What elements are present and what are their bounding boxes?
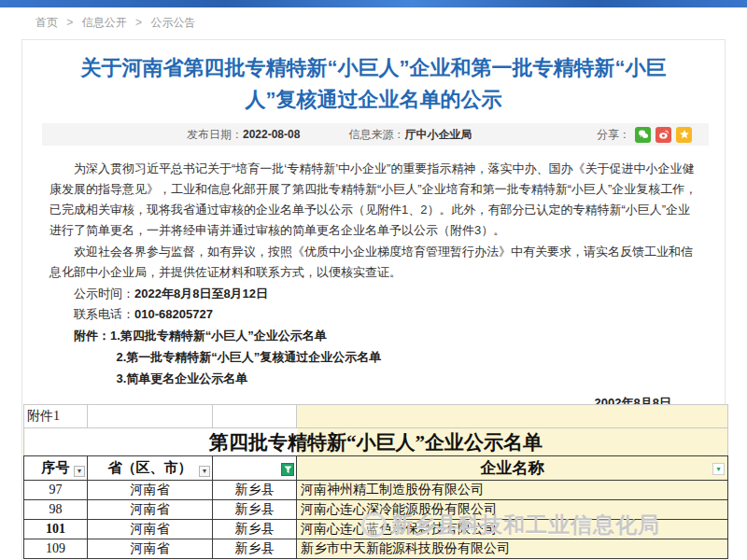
cell-company: 河南心连心蓝色环保科技有限公司 — [297, 520, 728, 539]
attachment-item-1: 附件：1.第四批专精特新“小巨人”企业公示名单 — [49, 325, 699, 346]
paragraph: 为深入贯彻习近平总书记关于“培育一批‘专精特新’中小企业”的重要指示精神，落实中… — [49, 159, 699, 241]
enterprise-table: 附件1 第四批专精特新“小巨人”企业公示名单 序号▾ 省（区、市）▾ 企业名称▾… — [23, 404, 728, 559]
weibo-icon[interactable] — [655, 127, 671, 143]
cell-seq: 98 — [24, 500, 88, 520]
cell-company: 河南神州精工制造股份有限公司 — [297, 481, 728, 500]
info-source-label: 信息来源： — [348, 128, 404, 141]
notice-period-line: 公示时间：2022年8月8日至8月12日 — [49, 284, 699, 304]
top-nav-bar — [0, 0, 747, 7]
attachment1-spreadsheet: 附件1 第四批专精特新“小巨人”企业公示名单 序号▾ 省（区、市）▾ 企业名称▾… — [23, 404, 727, 559]
table-row: 109 河南省 新乡县 新乡市中天新能源科技股份有限公司 — [24, 539, 728, 559]
cell-province: 河南省 — [88, 500, 213, 520]
attachment-item-3: 3.简单更名企业公示名单 — [49, 368, 699, 389]
table-title-row: 第四批专精特新“小巨人”企业公示名单 — [24, 428, 728, 456]
notice-period-value: 2022年8月8日至8月12日 — [134, 287, 268, 301]
share-label: 分享： — [597, 127, 630, 143]
table-header-row: 序号▾ 省（区、市）▾ 企业名称▾ — [24, 456, 728, 481]
cell-county: 新乡县 — [213, 500, 297, 520]
empty-cell — [213, 405, 297, 428]
filter-dropdown-icon[interactable]: ▾ — [199, 466, 210, 477]
cell-province: 河南省 — [88, 520, 213, 539]
header-seq: 序号▾ — [24, 456, 88, 481]
cell-seq: 109 — [24, 539, 88, 559]
wechat-icon[interactable] — [635, 127, 651, 143]
cell-county: 新乡县 — [213, 481, 297, 500]
breadcrumb-home[interactable]: 首页 — [35, 16, 58, 29]
cell-county: 新乡县 — [213, 539, 297, 559]
breadcrumb-public-notice[interactable]: 公示公告 — [150, 16, 195, 29]
cell-company: 新乡市中天新能源科技股份有限公司 — [297, 539, 728, 559]
publish-date: 发布日期：2022-08-08 — [187, 127, 300, 143]
empty-cell — [88, 405, 213, 428]
breadcrumb-separator: > — [66, 16, 73, 29]
filter-dropdown-icon[interactable]: ▾ — [712, 463, 725, 475]
info-source: 信息来源：厅中小企业局 — [348, 127, 472, 143]
attachment-list: 附件：1.第四批专精特新“小巨人”企业公示名单 2.第一批专精特新“小巨人”复核… — [49, 325, 699, 389]
share-bar: 分享： — [597, 127, 692, 143]
contact-phone-line: 联系电话：010-68205727 — [49, 304, 699, 325]
cell-province: 河南省 — [88, 481, 213, 500]
attachment-tag-row: 附件1 — [24, 405, 728, 428]
breadcrumb-separator: > — [135, 16, 142, 29]
cell-seq: 97 — [24, 481, 88, 500]
info-source-value: 厅中小企业局 — [404, 128, 472, 141]
page-title: 关于河南省第四批专精特新“小巨人”企业和第一批专精特新“小巨人”复核通过企业名单… — [70, 52, 677, 116]
breadcrumb: 首页 > 信息公开 > 公示公告 — [35, 15, 195, 31]
breadcrumb-info-disclosure[interactable]: 信息公开 — [82, 16, 127, 29]
filter-applied-icon[interactable] — [281, 463, 294, 476]
filter-dropdown-icon[interactable]: ▾ — [74, 466, 85, 477]
header-province-label: 省（区、市） — [108, 460, 192, 475]
cell-county: 新乡县 — [213, 520, 297, 539]
favorite-star-icon[interactable] — [676, 127, 692, 143]
paragraph: 欢迎社会各界参与监督，如有异议，按照《优质中小企业梯度培育管理暂行办法》中有关要… — [49, 242, 699, 283]
empty-cell — [297, 405, 728, 428]
attachment-label: 附件： — [74, 329, 110, 343]
publish-date-value: 2022-08-08 — [243, 128, 300, 141]
table-title: 第四批专精特新“小巨人”企业公示名单 — [24, 428, 728, 456]
table-row: 101 河南省 新乡县 河南心连心蓝色环保科技有限公司 — [24, 520, 728, 539]
header-company: 企业名称▾ — [297, 456, 728, 481]
contact-phone-label: 联系电话： — [74, 307, 134, 321]
attachment-tag-cell: 附件1 — [24, 405, 88, 428]
table-row: 98 河南省 新乡县 河南心连心深冷能源股份有限公司 — [24, 500, 728, 520]
header-seq-label: 序号 — [42, 460, 70, 475]
contact-phone-value: 010-68205727 — [134, 307, 213, 321]
attachment-item-2: 2.第一批专精特新“小巨人”复核通过企业公示名单 — [49, 346, 699, 368]
publish-date-label: 发布日期： — [187, 128, 243, 141]
attachment-1-text: 1.第四批专精特新“小巨人”企业公示名单 — [110, 329, 327, 343]
notice-period-label: 公示时间： — [74, 287, 134, 301]
header-province: 省（区、市）▾ — [88, 456, 213, 481]
cell-province: 河南省 — [88, 539, 213, 559]
article-body: 为深入贯彻习近平总书记关于“培育一批‘专精特新’中小企业”的重要指示精神，落实中… — [49, 159, 699, 413]
cell-company: 河南心连心深冷能源股份有限公司 — [297, 500, 728, 520]
header-company-label: 企业名称 — [481, 459, 544, 477]
header-county — [213, 456, 297, 481]
article-meta-bar: 发布日期：2022-08-08 信息来源：厅中小企业局 分享： — [42, 123, 709, 146]
table-row: 97 河南省 新乡县 河南神州精工制造股份有限公司 — [24, 481, 728, 500]
cell-seq: 101 — [24, 520, 88, 539]
